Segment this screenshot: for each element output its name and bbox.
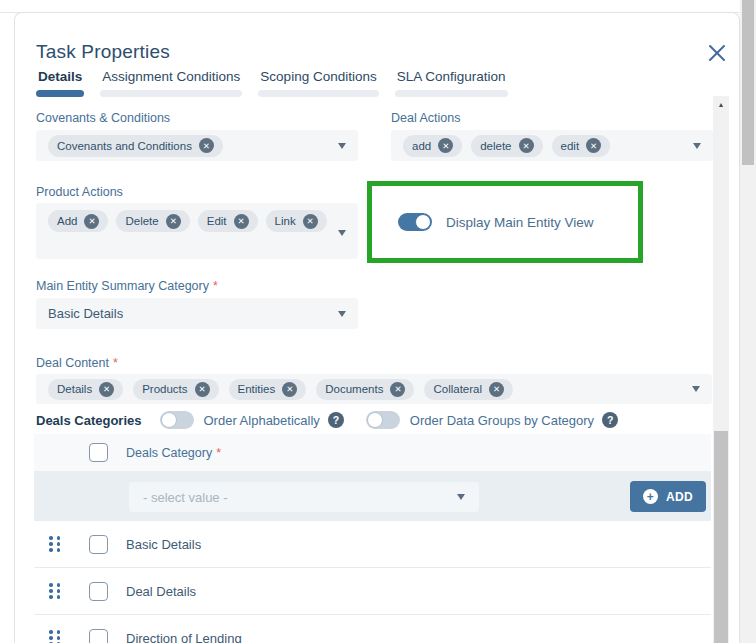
chip-remove-icon[interactable]: ✕: [586, 138, 601, 153]
toggle-knob: [161, 412, 177, 428]
chip: Collateral✕: [424, 379, 513, 400]
chip-remove-icon[interactable]: ✕: [84, 214, 99, 229]
deals-categories-heading: Deals Categories: [36, 413, 142, 428]
list-item: Deal Details: [34, 568, 711, 615]
list-item: Basic Details: [34, 521, 711, 568]
chip: add✕: [403, 135, 462, 157]
chevron-down-icon[interactable]: [693, 143, 701, 149]
chevron-down-icon[interactable]: [338, 311, 346, 317]
add-button[interactable]: + ADD: [630, 481, 706, 512]
chip-remove-icon[interactable]: ✕: [282, 382, 297, 397]
chip-label: Add: [57, 215, 77, 227]
required-asterisk: *: [113, 356, 118, 370]
chip-remove-icon[interactable]: ✕: [199, 138, 214, 153]
chip: Edit✕: [198, 210, 258, 232]
chip-remove-icon[interactable]: ✕: [390, 382, 405, 397]
main-entity-summary-category-select[interactable]: Basic Details: [36, 298, 358, 329]
chevron-down-icon[interactable]: [457, 494, 465, 500]
required-asterisk: *: [213, 279, 218, 293]
deal-content-field[interactable]: Details✕Products✕Entities✕Documents✕Coll…: [36, 374, 712, 404]
chevron-down-icon[interactable]: [692, 386, 700, 392]
tab-indicator: [395, 90, 508, 97]
tab-assignment-conditions[interactable]: Assignment Conditions: [100, 69, 242, 97]
tab-indicator: [36, 90, 84, 97]
chip-remove-icon[interactable]: ✕: [438, 138, 453, 153]
product-actions-field[interactable]: Add✕Delete✕Edit✕Link✕: [36, 203, 358, 259]
deal-actions-label: Deal Actions: [391, 111, 460, 125]
chip-remove-icon[interactable]: ✕: [519, 138, 534, 153]
chip-list: Add✕Delete✕Edit✕Link✕: [48, 210, 327, 232]
chip: Link✕: [266, 210, 327, 232]
close-icon[interactable]: [708, 44, 726, 62]
display-main-entity-view-toggle[interactable]: [398, 213, 432, 231]
row-label: Deal Details: [126, 584, 196, 599]
list-item: Direction of Lending: [34, 615, 711, 643]
required-asterisk: *: [216, 446, 221, 460]
category-select[interactable]: - select value -: [129, 482, 479, 512]
chip: delete✕: [471, 135, 542, 157]
chip: edit✕: [552, 135, 611, 157]
chevron-down-icon[interactable]: [338, 230, 346, 236]
deal-content-label: Deal Content*: [36, 356, 118, 370]
chip-remove-icon[interactable]: ✕: [489, 382, 504, 397]
modal-scrollbar[interactable]: ▲: [713, 96, 729, 643]
tab-scoping-conditions[interactable]: Scoping Conditions: [258, 69, 378, 97]
row-label: Direction of Lending: [126, 631, 242, 643]
chip-remove-icon[interactable]: ✕: [166, 214, 181, 229]
plus-icon: +: [643, 489, 658, 504]
chip: Entities✕: [229, 379, 307, 400]
chip-label: Delete: [125, 215, 158, 227]
chip-remove-icon[interactable]: ✕: [195, 382, 210, 397]
chevron-down-icon[interactable]: [338, 143, 346, 149]
chip-label: Collateral: [433, 383, 482, 395]
drag-handle-icon[interactable]: [49, 536, 62, 552]
scrollbar-thumb[interactable]: [742, 0, 754, 165]
select-all-checkbox[interactable]: [89, 443, 108, 462]
deals-categories-header: Deals Categories Order Alphabetically ? …: [36, 405, 618, 435]
display-main-entity-view-label: Display Main Entity View: [446, 215, 594, 230]
annotation-highlight-box: Display Main Entity View: [367, 181, 643, 263]
chip: Delete✕: [116, 210, 189, 232]
select-placeholder: - select value -: [143, 490, 228, 505]
task-properties-modal: Task Properties Details Assignment Condi…: [14, 12, 740, 643]
tab-sla-configuration[interactable]: SLA Configuration: [395, 69, 508, 97]
chip-label: Covenants and Conditions: [57, 140, 192, 152]
chip-label: Documents: [325, 383, 383, 395]
window-scrollbar[interactable]: [740, 0, 756, 643]
deals-category-column-header: Deals Category*: [34, 434, 711, 471]
tab-details[interactable]: Details: [36, 69, 84, 97]
tab-bar: Details Assignment Conditions Scoping Co…: [36, 69, 508, 97]
add-category-row: - select value - + ADD: [34, 471, 711, 521]
chip-remove-icon[interactable]: ✕: [234, 214, 249, 229]
chip-label: Products: [142, 383, 187, 395]
drag-handle-icon[interactable]: [49, 583, 62, 599]
help-icon[interactable]: ?: [328, 412, 344, 428]
order-alphabetically-toggle[interactable]: [160, 411, 194, 429]
row-checkbox[interactable]: [89, 535, 108, 554]
add-button-label: ADD: [666, 490, 693, 504]
chip: Covenants and Conditions✕: [48, 135, 223, 157]
covenants-conditions-label: Covenants & Conditions: [36, 111, 170, 125]
help-icon[interactable]: ?: [602, 412, 618, 428]
chip: Products✕: [133, 379, 218, 400]
scrollbar-thumb[interactable]: [714, 431, 728, 643]
product-actions-label: Product Actions: [36, 185, 123, 199]
drag-handle-icon[interactable]: [49, 630, 62, 643]
chip-remove-icon[interactable]: ✕: [99, 382, 114, 397]
row-checkbox[interactable]: [89, 629, 108, 643]
toggle-knob: [415, 214, 431, 230]
chip-label: Details: [57, 383, 92, 395]
scroll-up-icon[interactable]: ▲: [713, 96, 729, 113]
main-entity-summary-category-label: Main Entity Summary Category*: [36, 279, 218, 293]
row-checkbox[interactable]: [89, 582, 108, 601]
deal-actions-field[interactable]: add✕delete✕edit✕: [391, 130, 713, 161]
chip-remove-icon[interactable]: ✕: [303, 214, 318, 229]
page-title: Task Properties: [36, 41, 170, 63]
covenants-conditions-field[interactable]: Covenants and Conditions✕: [36, 130, 358, 161]
chip-label: Entities: [238, 383, 276, 395]
chip: Details✕: [48, 379, 123, 400]
order-data-groups-toggle[interactable]: [366, 411, 400, 429]
chip-list: add✕delete✕edit✕: [403, 135, 610, 157]
chip-label: Edit: [207, 215, 227, 227]
order-alphabetically-label: Order Alphabetically: [204, 413, 320, 428]
